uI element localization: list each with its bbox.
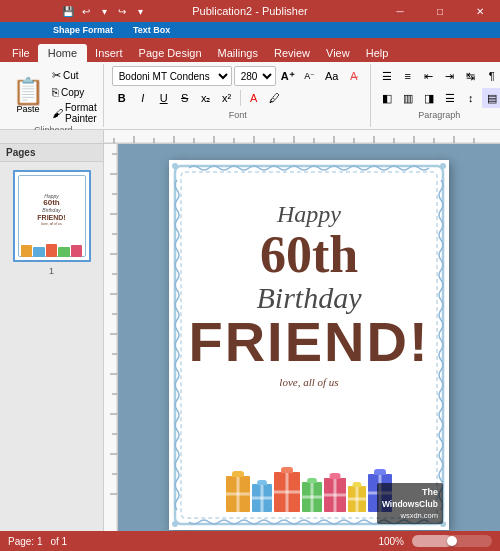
status-page: Page: 1	[8, 536, 42, 547]
card-friend-text: FRIEND!	[188, 314, 429, 370]
zoom-slider[interactable]	[412, 535, 492, 547]
italic-button[interactable]: I	[133, 88, 153, 108]
ltr-button[interactable]: ↹	[461, 66, 481, 86]
clipboard-small-buttons: ✂ Cut ⎘ Copy 🖌 Format Painter	[50, 66, 99, 125]
status-bar: Page: 1 of 1 100%	[0, 531, 500, 551]
undo-button[interactable]: ↩	[78, 3, 94, 19]
pages-list: Happy 60th Birthday FRIEND! love, all of…	[0, 162, 103, 284]
close-button[interactable]: ✕	[460, 0, 500, 22]
svg-point-42	[440, 163, 446, 169]
bold-button[interactable]: B	[112, 88, 132, 108]
quick-access-toolbar: 💾 ↩ ▾ ↪ ▾	[60, 2, 148, 20]
font-group-label: Font	[112, 110, 364, 121]
ruler-corner	[0, 130, 104, 144]
watermark-line2: WindowsClub	[382, 499, 438, 511]
tab-help[interactable]: Help	[358, 44, 397, 62]
grow-font-button[interactable]: A⁺	[278, 66, 298, 86]
gift-5	[324, 478, 346, 512]
paste-icon: 📋	[12, 78, 44, 104]
font-color-button[interactable]: A	[244, 88, 264, 108]
page-number-1: 1	[49, 266, 54, 276]
copy-icon: ⎘	[52, 86, 59, 98]
align-left-button[interactable]: ◧	[377, 88, 397, 108]
shading-button[interactable]: ▤	[482, 88, 500, 108]
show-marks-button[interactable]: ¶	[482, 66, 500, 86]
tab-insert[interactable]: Insert	[87, 44, 131, 62]
card-love-text: love, all of us	[279, 376, 338, 388]
tab-home[interactable]: Home	[38, 44, 87, 62]
window-controls: ─ □ ✕	[380, 0, 500, 22]
ruler-row	[0, 130, 500, 144]
watermark-line1: The	[382, 486, 438, 499]
canvas-area[interactable]: Happy 60th Birthday FRIEND! love, all of…	[118, 144, 500, 531]
cut-button[interactable]: ✂ Cut	[50, 68, 99, 83]
numbering-button[interactable]: ≡	[398, 66, 418, 86]
tab-review[interactable]: Review	[266, 44, 318, 62]
format-painter-button[interactable]: 🖌 Format Painter	[50, 101, 99, 125]
increase-indent-button[interactable]: ⇥	[440, 66, 460, 86]
underline-button[interactable]: U	[154, 88, 174, 108]
card-60th-text: 60th	[260, 229, 358, 281]
cut-icon: ✂	[52, 69, 61, 82]
shape-format-tab-label[interactable]: Shape Format	[53, 25, 113, 35]
ribbon-content: 📋 Paste ✂ Cut ⎘ Copy 🖌 Format Painter Cl…	[0, 62, 500, 130]
decrease-indent-button[interactable]: ⇤	[419, 66, 439, 86]
clipboard-group: 📋 Paste ✂ Cut ⎘ Copy 🖌 Format Painter Cl…	[4, 64, 104, 127]
font-group: Bodoni MT Condens 280 A⁺ A⁻ Aa A̶ B I U …	[106, 64, 371, 127]
card-happy-text: Happy	[277, 200, 341, 229]
paste-label: Paste	[16, 104, 39, 114]
redo-button[interactable]: ↪	[114, 3, 130, 19]
paragraph-group: ☰ ≡ ⇤ ⇥ ↹ ¶ ◧ ▥ ◨ ☰ ↕ ▤ Paragraph	[373, 64, 500, 127]
minimize-button[interactable]: ─	[380, 0, 420, 22]
qat-more-button[interactable]: ▾	[132, 3, 148, 19]
gift-2	[252, 484, 272, 512]
font-name-select[interactable]: Bodoni MT Condens	[112, 66, 232, 86]
main-area: Pages Happy 60th Birthday FRIEND! love, …	[0, 144, 500, 531]
ribbon-tab-bar: File Home Insert Page Design Mailings Re…	[0, 38, 500, 62]
title-bar-text: Publication2 - Publisher	[192, 5, 308, 17]
maximize-button[interactable]: □	[420, 0, 460, 22]
gift-1	[226, 476, 250, 512]
copy-button[interactable]: ⎘ Copy	[50, 85, 99, 99]
superscript-button[interactable]: x²	[217, 88, 237, 108]
bullets-button[interactable]: ☰	[377, 66, 397, 86]
format-painter-icon: 🖌	[52, 107, 63, 119]
pages-panel-header: Pages	[0, 144, 103, 162]
line-spacing-button[interactable]: ↕	[461, 88, 481, 108]
vertical-ruler	[104, 144, 118, 531]
watermark: The WindowsClub wsxdn.com	[377, 483, 443, 524]
status-of: of 1	[50, 536, 67, 547]
title-bar: 💾 ↩ ▾ ↪ ▾ Publication2 - Publisher ─ □ ✕	[0, 0, 500, 22]
page-thumbnail-1[interactable]: Happy 60th Birthday FRIEND! love, all of…	[13, 170, 91, 262]
pages-panel: Pages Happy 60th Birthday FRIEND! love, …	[0, 144, 104, 531]
highlight-button[interactable]: 🖊	[265, 88, 285, 108]
font-size-select[interactable]: 280	[234, 66, 276, 86]
align-center-button[interactable]: ▥	[398, 88, 418, 108]
justify-button[interactable]: ☰	[440, 88, 460, 108]
card-text-area: Happy 60th Birthday FRIEND! love, all of…	[189, 180, 429, 460]
align-right-button[interactable]: ◨	[419, 88, 439, 108]
clear-format-button[interactable]: A̶	[344, 66, 364, 86]
zoom-slider-thumb[interactable]	[447, 536, 457, 546]
document-page[interactable]: Happy 60th Birthday FRIEND! love, all of…	[169, 160, 449, 530]
tab-mailings[interactable]: Mailings	[210, 44, 266, 62]
status-zoom: 100%	[378, 536, 404, 547]
tab-page-design[interactable]: Page Design	[131, 44, 210, 62]
watermark-line3: wsxdn.com	[382, 511, 438, 522]
horizontal-ruler	[104, 130, 500, 144]
save-button[interactable]: 💾	[60, 3, 76, 19]
card-birthday-text: Birthday	[257, 281, 362, 314]
change-case-button[interactable]: Aa	[322, 66, 342, 86]
gift-6	[348, 486, 366, 512]
shrink-font-button[interactable]: A⁻	[300, 66, 320, 86]
contextual-spacer	[4, 24, 13, 37]
subscript-button[interactable]: x₂	[196, 88, 216, 108]
paragraph-group-label: Paragraph	[377, 110, 500, 121]
tab-view[interactable]: View	[318, 44, 358, 62]
gift-3	[274, 472, 300, 512]
paste-button[interactable]: 📋 Paste	[8, 76, 48, 116]
strikethrough-button[interactable]: S	[175, 88, 195, 108]
text-box-tab-label[interactable]: Text Box	[133, 25, 170, 35]
undo-more-button[interactable]: ▾	[96, 3, 112, 19]
tab-file[interactable]: File	[4, 44, 38, 62]
